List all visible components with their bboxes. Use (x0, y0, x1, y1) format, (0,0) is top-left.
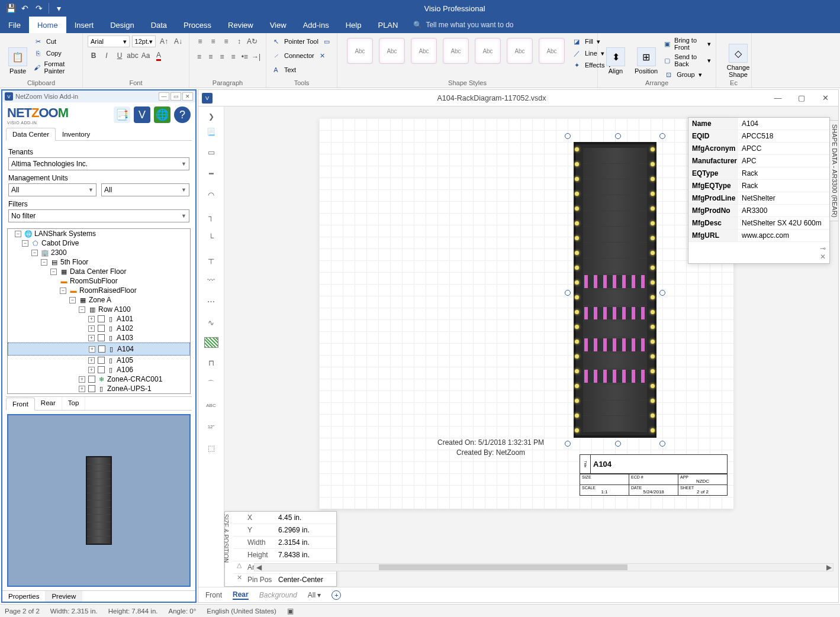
shape-dots-icon[interactable]: ⋯ (204, 295, 219, 308)
library-icon[interactable]: 📑 (114, 106, 130, 123)
shape-select-icon[interactable]: ⬚ (204, 441, 219, 454)
justify-button[interactable]: ≡ (228, 51, 239, 63)
mu-select-2[interactable]: All▼ (101, 183, 189, 196)
expand-icon[interactable]: + (89, 346, 95, 353)
style-item-6[interactable]: Abc (507, 38, 533, 64)
font-name-combo[interactable]: Arial▾ (88, 35, 130, 47)
save-icon[interactable]: 💾 (6, 4, 15, 13)
tree-raisedfloor[interactable]: −▬RoomRaisedFloor (8, 286, 190, 295)
indent-button[interactable]: →| (251, 51, 261, 63)
tab-file[interactable]: File (0, 17, 29, 33)
collapse-icon[interactable]: − (31, 250, 38, 256)
tab-preview[interactable]: Preview (46, 591, 82, 602)
tree-row[interactable]: −▥Row A100 (8, 305, 190, 314)
tab-properties[interactable]: Properties (2, 591, 46, 602)
expand-icon[interactable]: + (79, 376, 85, 383)
scroll-left-icon[interactable]: ◀ (255, 564, 263, 571)
tree-dc-floor[interactable]: −▦Data Center Floor (8, 267, 190, 276)
italic-button[interactable]: I (101, 50, 112, 62)
expand-shapes-icon[interactable]: ❯ (203, 110, 220, 123)
resize-handle[interactable] (659, 441, 665, 447)
tree-crac[interactable]: +❄ZoneA-CRAC001 (8, 374, 190, 384)
text-dir-button[interactable]: ↕ (233, 35, 245, 47)
sizepos-value[interactable]: Center-Center (276, 574, 336, 586)
status-language[interactable]: English (United States) (207, 608, 276, 615)
shape-hatch-icon[interactable] (204, 337, 218, 348)
bold-button[interactable]: B (88, 50, 99, 62)
shape-more-2-icon[interactable]: ⌒ (204, 377, 219, 390)
align-mid-button[interactable]: ≡ (207, 35, 219, 47)
checkbox[interactable] (88, 385, 95, 392)
resize-handle[interactable] (659, 133, 665, 139)
checkbox[interactable] (98, 357, 105, 364)
bring-front-button[interactable]: ▣Bring to Front▾ (664, 35, 711, 52)
collapse-icon[interactable]: − (69, 297, 76, 303)
size-pos-row[interactable]: Width2.3154 in. (233, 537, 336, 549)
rect-select-icon[interactable]: ▭ (322, 37, 332, 46)
drawing-page[interactable]: Title A104 SIZE ECD # APPNZDC SCALE1:1 D… (319, 118, 733, 509)
shape-more-1-icon[interactable]: ⊓ (204, 356, 219, 369)
tree-site[interactable]: −⬠Cabot Drive (8, 238, 190, 248)
sizepos-value[interactable]: 4.45 in. (276, 512, 336, 524)
align-center-button[interactable]: ≡ (205, 51, 215, 63)
expand-icon[interactable]: + (88, 357, 95, 364)
style-item-2[interactable]: Abc (379, 38, 405, 64)
checkbox[interactable] (98, 334, 105, 341)
shape-arc-icon[interactable]: ◠ (204, 188, 219, 201)
rack-shape-selected[interactable] (568, 136, 662, 444)
tree-subfloor[interactable]: ▬RoomSubFloor (8, 276, 190, 286)
drawing-canvas[interactable]: Title A104 SIZE ECD # APPNZDC SCALE1:1 D… (224, 106, 838, 587)
tree-rack-a106[interactable]: +▯A106 (8, 365, 190, 374)
expand-icon[interactable]: + (88, 325, 95, 332)
grow-font-button[interactable]: A↑ (158, 35, 170, 47)
tab-addins[interactable]: Add-ins (295, 17, 337, 33)
size-pos-row[interactable]: Y6.2969 in. (233, 524, 336, 537)
datacenter-tree[interactable]: −🌐LANShark Systems −⬠Cabot Drive −🏢2300 … (7, 228, 191, 394)
doc-maximize-button[interactable]: ▢ (791, 92, 812, 105)
size-position-panel[interactable]: SIZE & POSITION... X4.45 in.Y6.2969 in.W… (224, 511, 337, 587)
rotate-text-button[interactable]: A↻ (246, 35, 258, 47)
tree-root[interactable]: −🌐LANShark Systems (8, 229, 190, 238)
collapse-icon[interactable]: − (79, 306, 85, 313)
view-tab-front[interactable]: Front (6, 398, 35, 411)
tab-data[interactable]: Data (143, 17, 175, 33)
tree-rack-a101[interactable]: +▯A101 (8, 314, 190, 324)
align-right-button[interactable]: ≡ (217, 51, 227, 63)
checkbox[interactable] (98, 325, 105, 332)
add-sheet-button[interactable]: + (332, 590, 341, 600)
sheet-front[interactable]: Front (205, 591, 222, 599)
tree-rack-a103[interactable]: +▯A103 (8, 333, 190, 343)
undo-icon[interactable]: ↶ (20, 4, 30, 13)
sheet-all[interactable]: All ▾ (308, 591, 321, 599)
tab-data-center[interactable]: Data Center (6, 128, 56, 141)
tree-rack-a105[interactable]: +▯A105 (8, 356, 190, 365)
shape-curve-icon[interactable]: 〰 (204, 273, 219, 286)
checkbox[interactable] (98, 366, 105, 373)
close-button[interactable]: ✕ (182, 92, 193, 101)
send-back-button[interactable]: ▢Send to Back▾ (664, 52, 711, 69)
close-icon[interactable]: ✕ (692, 253, 826, 261)
tab-view[interactable]: View (262, 17, 295, 33)
tree-rack-a104-selected[interactable]: +▯A104 (8, 343, 190, 356)
size-pos-row[interactable]: Height7.8438 in. (233, 549, 336, 561)
sheet-background[interactable]: Background (259, 591, 297, 599)
resize-handle[interactable] (565, 133, 571, 139)
cut-button[interactable]: ✂Cut (33, 35, 78, 47)
sizepos-value[interactable]: 7.8438 in. (276, 549, 336, 561)
checkbox[interactable] (98, 315, 105, 322)
bullets-button[interactable]: •≡ (240, 51, 250, 63)
tab-inventory[interactable]: Inventory (56, 128, 96, 141)
tell-me-search[interactable]: 🔍 Tell me what you want to do (413, 17, 513, 33)
style-item-5[interactable]: Abc (475, 38, 501, 64)
tab-review[interactable]: Review (220, 17, 262, 33)
stencil-icon[interactable]: 📃 (203, 125, 220, 138)
mu-select-1[interactable]: All▼ (8, 183, 96, 196)
shape-l-icon[interactable]: └ (204, 231, 219, 244)
align-bot-button[interactable]: ≡ (220, 35, 232, 47)
font-case-button[interactable]: Aa (140, 50, 152, 62)
resize-handle[interactable] (659, 290, 665, 296)
shape-line-icon[interactable]: ━ (204, 167, 219, 180)
view-tab-top[interactable]: Top (62, 397, 86, 410)
globe-icon[interactable]: 🌐 (154, 106, 170, 123)
title-block[interactable]: Title A104 SIZE ECD # APPNZDC SCALE1:1 D… (580, 454, 728, 496)
